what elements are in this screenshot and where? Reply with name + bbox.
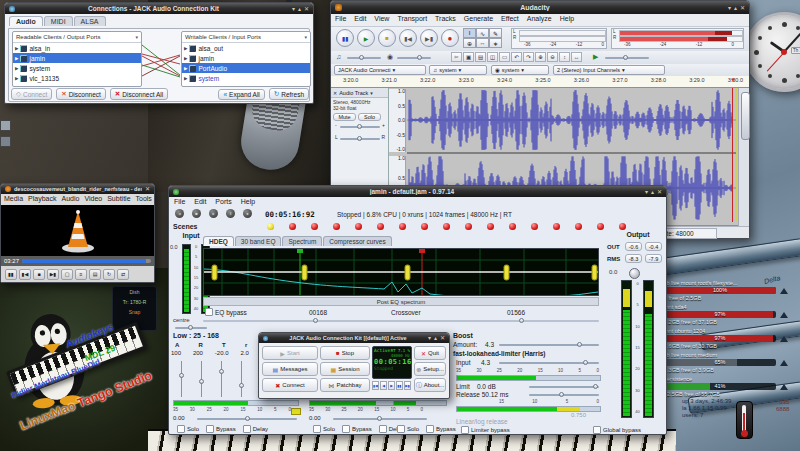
eject-icon[interactable] <box>780 312 788 318</box>
disk-widget-4[interactable]: lib live mount medium65%1.3GB free of 3.… <box>644 352 800 376</box>
scene-led[interactable] <box>355 223 362 230</box>
tool-button[interactable]: I <box>463 28 476 38</box>
vlc-menubar[interactable]: MediaPlaybackAudioVideoSubtitleTools <box>4 195 152 202</box>
minimize-icon[interactable]: ▾ <box>292 6 295 12</box>
menu-item[interactable]: File <box>335 15 346 22</box>
port-item-jamin[interactable]: ▶jamin <box>182 53 310 63</box>
transport-button[interactable]: ■ <box>378 29 396 47</box>
checkbox-solo[interactable]: Solo <box>313 425 335 433</box>
transport-button[interactable]: ▶ <box>357 29 375 47</box>
messages-button[interactable]: ▤Messages <box>262 362 318 376</box>
vlc-control-button[interactable]: ▢ <box>61 269 73 280</box>
expander-icon[interactable]: ▶ <box>15 76 18 81</box>
tab[interactable]: Audio <box>9 16 43 26</box>
tab[interactable]: ALSA <box>74 16 106 26</box>
close-icon[interactable]: ✕ <box>145 186 150 192</box>
dock-icon[interactable] <box>0 120 11 131</box>
hdeq-panel[interactable] <box>203 248 599 296</box>
tool-button[interactable]: ⊕ <box>463 38 476 48</box>
transport-button[interactable]: ▶ <box>388 381 395 390</box>
menu-item[interactable]: Transport <box>397 15 427 22</box>
vlc-control-button[interactable]: ■ <box>33 269 45 280</box>
transport-button[interactable]: ‖ <box>226 209 235 218</box>
maximize-icon[interactable]: ▴ <box>298 6 301 12</box>
expander-icon[interactable]: ▶ <box>184 46 187 51</box>
transport-button[interactable]: ▸ <box>209 209 218 218</box>
mid-gain-slider[interactable] <box>333 418 427 420</box>
setup-button[interactable]: ⊛Setup... <box>414 362 446 376</box>
connections-titlebar[interactable]: Connections - JACK Audio Connection Kit … <box>5 3 313 14</box>
track-close-icon[interactable]: ✕ <box>333 90 337 96</box>
maximize-icon[interactable]: ▴ <box>651 189 654 195</box>
menu-item[interactable]: Generate <box>464 15 493 22</box>
about-button[interactable]: ⓘAbout... <box>414 378 446 392</box>
vlc-control-button[interactable]: ▮◀ <box>19 269 31 280</box>
scene-led[interactable] <box>531 223 538 230</box>
qjackctl-titlebar[interactable]: JACK Audio Connection Kit [(default)] Ac… <box>259 333 449 343</box>
menu-item[interactable]: View <box>374 15 389 22</box>
edit-tool-button[interactable]: ✂ <box>451 52 462 62</box>
eject-icon[interactable] <box>780 288 788 294</box>
qjackctl-transport[interactable]: ▮◀◀▶▮▮▶▮ <box>372 381 411 390</box>
edit-tool-button[interactable]: ▭ <box>499 52 510 62</box>
expand-all-button[interactable]: «Expand All <box>218 89 264 100</box>
low-slider[interactable] <box>181 361 182 397</box>
gain-slider[interactable]: - + <box>335 122 385 132</box>
edit-tool-button[interactable]: ▣ <box>463 52 474 62</box>
audacity-titlebar[interactable]: Audacity ▾▴✕ <box>331 1 749 14</box>
low-slider[interactable] <box>221 361 222 397</box>
transport-button[interactable]: ▮▮ <box>396 381 403 390</box>
low-slider[interactable] <box>241 361 242 397</box>
tool-button[interactable]: ∗ <box>489 38 502 48</box>
chevron-down-icon[interactable]: ▾ <box>304 34 307 40</box>
transport-button[interactable]: ◂ <box>175 209 184 218</box>
menu-item[interactable]: Tools <box>136 195 152 202</box>
input-volume-slider[interactable] <box>397 57 431 59</box>
playhead-marker-icon[interactable]: ▼ <box>730 77 736 83</box>
edit-tool-button[interactable]: ↔ <box>571 52 582 62</box>
transport-button[interactable]: ● <box>441 29 459 47</box>
edit-toolbar[interactable]: ✂▣▤◫▭↶↷⊕⊖↕↔ <box>451 52 582 62</box>
quit-button[interactable]: ✕Quit <box>414 346 446 360</box>
expander-icon[interactable]: ▶ <box>15 46 18 51</box>
audacity-menubar[interactable]: FileEditViewTransportTracksGenerateEffec… <box>335 15 574 22</box>
port-item-system[interactable]: ▶system <box>182 73 310 83</box>
vlc-controls[interactable]: ▮▮▮◀■▶▮▢≡▤↻⇄ <box>1 266 154 282</box>
disconnect-button[interactable]: ✕Disconnect <box>56 88 106 100</box>
close-icon[interactable]: ✕ <box>440 335 445 341</box>
transport-toolbar[interactable]: ▮▮▶■▮◀▶▮● <box>336 29 459 47</box>
scene-led[interactable] <box>289 223 296 230</box>
scene-led[interactable] <box>487 223 494 230</box>
scene-led[interactable] <box>575 223 582 230</box>
play-speed-slider[interactable] <box>605 57 649 59</box>
jamin-titlebar[interactable]: jamin - default.jam - 0.97.14 ▾▴✕ <box>169 186 666 197</box>
output-gain-knob[interactable] <box>629 268 640 279</box>
expander-icon[interactable]: ▶ <box>184 76 187 81</box>
session-button[interactable]: ▦Session <box>320 362 370 376</box>
disk-widget-5[interactable]: persistence41%32.5GB free of 55.7GB <box>644 376 800 400</box>
output-volume-slider[interactable] <box>347 57 381 59</box>
checkbox-eq-bypass[interactable] <box>205 308 213 316</box>
vlc-control-button[interactable]: ⇄ <box>117 269 129 280</box>
eject-icon[interactable] <box>780 360 788 366</box>
disconnect-all-button[interactable]: ✕Disconnect All <box>110 88 168 100</box>
eject-icon[interactable] <box>780 336 788 342</box>
disk-widget-3[interactable]: mnt ubuntu 120497%2.6GB free of 30.7GB <box>644 328 800 352</box>
transport-button[interactable]: ● <box>243 209 252 218</box>
scene-led-active[interactable] <box>267 223 274 230</box>
eject-icon[interactable] <box>780 384 788 390</box>
port-item-system[interactable]: ▶system <box>13 63 141 73</box>
chevron-down-icon[interactable]: ▾ <box>135 34 138 40</box>
close-icon[interactable]: ✕ <box>657 189 662 195</box>
transport-button[interactable]: ▮◀ <box>399 29 417 47</box>
scene-led[interactable] <box>333 223 340 230</box>
output-device-select[interactable]: ♫system▾ <box>429 65 487 75</box>
boost-amount-slider[interactable] <box>499 344 599 346</box>
tab[interactable]: 30 band EQ <box>235 236 282 246</box>
playback-meter[interactable]: L R -36-24-120 <box>511 28 607 49</box>
vlc-control-button[interactable]: ▶▮ <box>47 269 59 280</box>
scrollbar-thumb[interactable] <box>741 92 750 140</box>
scene-led[interactable] <box>311 223 318 230</box>
menu-item[interactable]: Audio <box>61 195 79 202</box>
scene-led[interactable] <box>553 223 560 230</box>
